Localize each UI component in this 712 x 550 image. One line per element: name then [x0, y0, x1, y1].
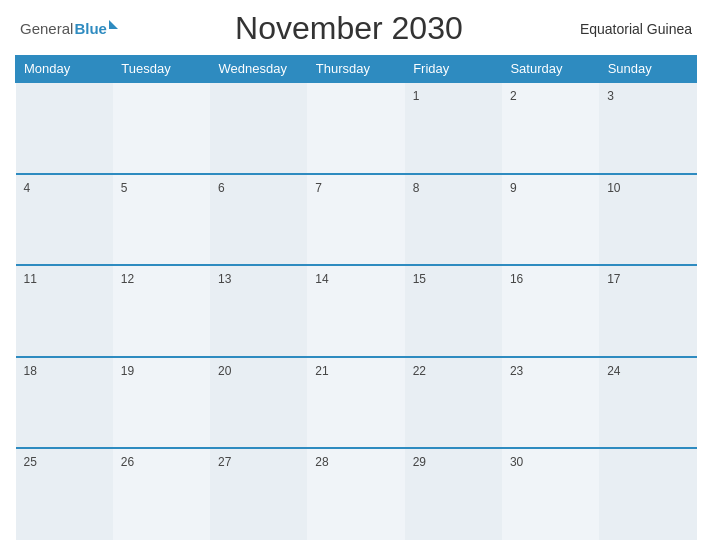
calendar-cell: 26: [113, 448, 210, 540]
calendar-cell: 10: [599, 174, 696, 266]
day-number: 4: [24, 181, 31, 195]
day-number: 26: [121, 455, 134, 469]
weekday-header-row: MondayTuesdayWednesdayThursdayFridaySatu…: [16, 56, 697, 83]
day-number: 30: [510, 455, 523, 469]
calendar-cell: 5: [113, 174, 210, 266]
calendar-cell: 15: [405, 265, 502, 357]
weekday-friday: Friday: [405, 56, 502, 83]
calendar-cell: 14: [307, 265, 404, 357]
calendar-cell: 19: [113, 357, 210, 449]
day-number: 8: [413, 181, 420, 195]
calendar-week-1: 123: [16, 82, 697, 174]
day-number: 16: [510, 272, 523, 286]
country-label: Equatorial Guinea: [580, 21, 692, 37]
day-number: 19: [121, 364, 134, 378]
calendar-header: General Blue November 2030 Equatorial Gu…: [15, 10, 697, 47]
calendar-cell: 24: [599, 357, 696, 449]
calendar-week-2: 45678910: [16, 174, 697, 266]
calendar-cell: 27: [210, 448, 307, 540]
calendar-week-5: 252627282930: [16, 448, 697, 540]
day-number: 9: [510, 181, 517, 195]
calendar-cell: [210, 82, 307, 174]
month-title: November 2030: [235, 10, 463, 47]
day-number: 2: [510, 89, 517, 103]
calendar-cell: [113, 82, 210, 174]
day-number: 28: [315, 455, 328, 469]
weekday-thursday: Thursday: [307, 56, 404, 83]
logo-triangle-icon: [109, 20, 118, 29]
calendar-cell: 23: [502, 357, 599, 449]
day-number: 11: [24, 272, 37, 286]
day-number: 13: [218, 272, 231, 286]
calendar-cell: 16: [502, 265, 599, 357]
calendar-week-3: 11121314151617: [16, 265, 697, 357]
calendar-cell: 12: [113, 265, 210, 357]
day-number: 1: [413, 89, 420, 103]
calendar-cell: 11: [16, 265, 113, 357]
day-number: 29: [413, 455, 426, 469]
weekday-wednesday: Wednesday: [210, 56, 307, 83]
calendar-cell: [16, 82, 113, 174]
day-number: 5: [121, 181, 128, 195]
weekday-monday: Monday: [16, 56, 113, 83]
calendar-cell: 3: [599, 82, 696, 174]
weekday-tuesday: Tuesday: [113, 56, 210, 83]
calendar-cell: 1: [405, 82, 502, 174]
calendar-cell: 28: [307, 448, 404, 540]
calendar-table: MondayTuesdayWednesdayThursdayFridaySatu…: [15, 55, 697, 540]
calendar-cell: 2: [502, 82, 599, 174]
logo-general-text: General: [20, 20, 73, 37]
calendar-cell: 4: [16, 174, 113, 266]
day-number: 7: [315, 181, 322, 195]
day-number: 23: [510, 364, 523, 378]
day-number: 22: [413, 364, 426, 378]
calendar-cell: 29: [405, 448, 502, 540]
calendar-week-4: 18192021222324: [16, 357, 697, 449]
calendar-cell: 6: [210, 174, 307, 266]
day-number: 18: [24, 364, 37, 378]
calendar-cell: 21: [307, 357, 404, 449]
day-number: 3: [607, 89, 614, 103]
calendar-cell: 13: [210, 265, 307, 357]
day-number: 20: [218, 364, 231, 378]
day-number: 24: [607, 364, 620, 378]
day-number: 14: [315, 272, 328, 286]
logo-blue-text: Blue: [74, 20, 107, 37]
calendar-cell: 20: [210, 357, 307, 449]
calendar-cell: [599, 448, 696, 540]
calendar-cell: 25: [16, 448, 113, 540]
calendar-cell: 8: [405, 174, 502, 266]
calendar-cell: 7: [307, 174, 404, 266]
calendar-body: 1234567891011121314151617181920212223242…: [16, 82, 697, 540]
calendar-cell: [307, 82, 404, 174]
day-number: 15: [413, 272, 426, 286]
day-number: 25: [24, 455, 37, 469]
day-number: 6: [218, 181, 225, 195]
day-number: 12: [121, 272, 134, 286]
calendar-cell: 18: [16, 357, 113, 449]
calendar-cell: 22: [405, 357, 502, 449]
day-number: 17: [607, 272, 620, 286]
logo: General Blue: [20, 20, 118, 37]
day-number: 21: [315, 364, 328, 378]
weekday-saturday: Saturday: [502, 56, 599, 83]
calendar-cell: 30: [502, 448, 599, 540]
day-number: 27: [218, 455, 231, 469]
day-number: 10: [607, 181, 620, 195]
calendar-cell: 17: [599, 265, 696, 357]
weekday-sunday: Sunday: [599, 56, 696, 83]
calendar-cell: 9: [502, 174, 599, 266]
